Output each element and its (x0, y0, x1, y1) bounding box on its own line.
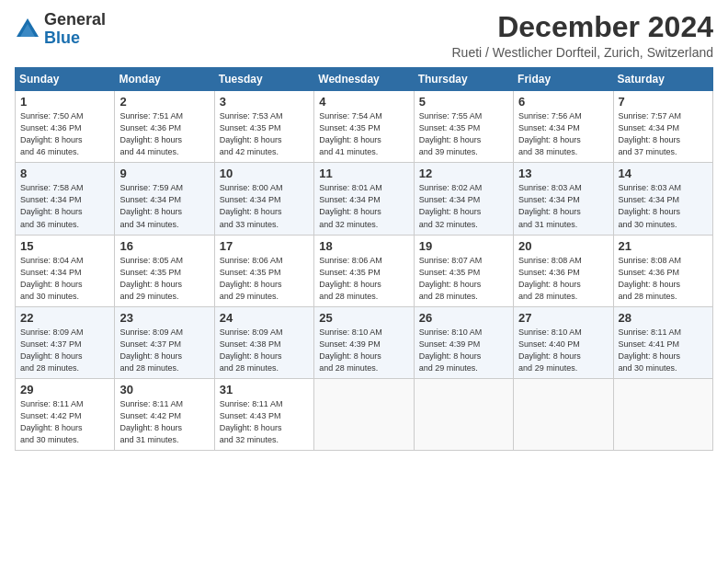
day-number: 9 (119, 167, 209, 180)
calendar-row: 22Sunrise: 8:09 AMSunset: 4:37 PMDayligh… (16, 306, 713, 378)
table-row: 16Sunrise: 8:05 AMSunset: 4:35 PMDayligh… (115, 235, 214, 306)
header: General Blue December 2024 Rueti / Westl… (15, 11, 713, 60)
location-title: Rueti / Westlicher Dorfteil, Zurich, Swi… (452, 45, 714, 60)
day-number: 12 (419, 167, 508, 180)
day-number: 28 (619, 311, 708, 325)
day-info: Sunrise: 8:11 AMSunset: 4:41 PMDaylight:… (619, 327, 682, 373)
day-info: Sunrise: 8:09 AMSunset: 4:37 PMDaylight:… (119, 327, 183, 373)
day-info: Sunrise: 8:10 AMSunset: 4:39 PMDaylight:… (419, 327, 483, 373)
day-info: Sunrise: 8:00 AMSunset: 4:34 PMDaylight:… (220, 183, 283, 228)
day-number: 15 (20, 239, 109, 253)
table-row: 8Sunrise: 7:58 AMSunset: 4:34 PMDaylight… (16, 163, 115, 235)
day-number: 19 (419, 239, 508, 253)
logo-blue-text: Blue (44, 29, 80, 47)
day-info: Sunrise: 8:06 AMSunset: 4:35 PMDaylight:… (220, 256, 283, 301)
table-row: 21Sunrise: 8:08 AMSunset: 4:36 PMDayligh… (613, 235, 712, 306)
day-info: Sunrise: 8:02 AMSunset: 4:34 PMDaylight:… (419, 183, 483, 228)
day-info: Sunrise: 8:03 AMSunset: 4:34 PMDaylight:… (619, 183, 682, 228)
table-row: 4Sunrise: 7:54 AMSunset: 4:35 PMDaylight… (314, 91, 414, 163)
day-info: Sunrise: 8:06 AMSunset: 4:35 PMDaylight:… (319, 256, 382, 301)
table-row: 1Sunrise: 7:50 AMSunset: 4:36 PMDaylight… (16, 91, 115, 163)
day-number: 18 (319, 239, 408, 253)
day-info: Sunrise: 7:58 AMSunset: 4:34 PMDaylight:… (20, 183, 84, 228)
day-info: Sunrise: 8:01 AMSunset: 4:34 PMDaylight:… (319, 183, 382, 228)
table-row: 13Sunrise: 8:03 AMSunset: 4:34 PMDayligh… (514, 163, 613, 235)
day-number: 16 (119, 239, 209, 253)
day-number: 30 (119, 383, 209, 396)
day-info: Sunrise: 7:56 AMSunset: 4:34 PMDaylight:… (518, 111, 582, 156)
day-number: 24 (220, 311, 309, 325)
table-row: 15Sunrise: 8:04 AMSunset: 4:34 PMDayligh… (16, 235, 115, 306)
day-number: 31 (220, 383, 309, 396)
day-number: 20 (518, 239, 608, 253)
table-row: 2Sunrise: 7:51 AMSunset: 4:36 PMDaylight… (115, 91, 214, 163)
day-number: 4 (319, 95, 408, 109)
table-row: 26Sunrise: 8:10 AMSunset: 4:39 PMDayligh… (414, 306, 513, 378)
header-row: Sunday Monday Tuesday Wednesday Thursday… (16, 68, 713, 91)
day-info: Sunrise: 8:07 AMSunset: 4:35 PMDaylight:… (419, 256, 483, 301)
col-friday: Friday (514, 68, 613, 91)
day-info: Sunrise: 8:04 AMSunset: 4:34 PMDaylight:… (20, 256, 84, 301)
day-info: Sunrise: 7:59 AMSunset: 4:34 PMDaylight:… (119, 183, 183, 228)
table-row: 17Sunrise: 8:06 AMSunset: 4:35 PMDayligh… (214, 235, 313, 306)
day-number: 27 (518, 311, 608, 325)
day-number: 17 (220, 239, 309, 253)
table-row: 9Sunrise: 7:59 AMSunset: 4:34 PMDaylight… (115, 163, 214, 235)
day-number: 13 (518, 167, 608, 180)
table-row: 3Sunrise: 7:53 AMSunset: 4:35 PMDaylight… (214, 91, 313, 163)
day-info: Sunrise: 8:08 AMSunset: 4:36 PMDaylight:… (619, 256, 682, 301)
calendar-row: 8Sunrise: 7:58 AMSunset: 4:34 PMDaylight… (16, 163, 713, 235)
table-row: 18Sunrise: 8:06 AMSunset: 4:35 PMDayligh… (314, 235, 414, 306)
day-info: Sunrise: 7:55 AMSunset: 4:35 PMDaylight:… (419, 111, 483, 156)
table-row (414, 378, 513, 450)
day-info: Sunrise: 7:53 AMSunset: 4:35 PMDaylight:… (220, 111, 283, 156)
table-row: 19Sunrise: 8:07 AMSunset: 4:35 PMDayligh… (414, 235, 513, 306)
table-row: 12Sunrise: 8:02 AMSunset: 4:34 PMDayligh… (414, 163, 513, 235)
logo-icon (15, 17, 40, 42)
day-info: Sunrise: 8:10 AMSunset: 4:39 PMDaylight:… (319, 327, 382, 373)
col-wednesday: Wednesday (314, 68, 414, 91)
table-row: 27Sunrise: 8:10 AMSunset: 4:40 PMDayligh… (514, 306, 613, 378)
page: General Blue December 2024 Rueti / Westl… (0, 0, 728, 563)
col-thursday: Thursday (414, 68, 513, 91)
day-number: 6 (518, 95, 608, 109)
day-info: Sunrise: 7:57 AMSunset: 4:34 PMDaylight:… (619, 111, 682, 156)
col-saturday: Saturday (613, 68, 712, 91)
day-info: Sunrise: 8:03 AMSunset: 4:34 PMDaylight:… (518, 183, 582, 228)
day-info: Sunrise: 8:05 AMSunset: 4:35 PMDaylight:… (119, 256, 183, 301)
table-row: 14Sunrise: 8:03 AMSunset: 4:34 PMDayligh… (613, 163, 712, 235)
col-monday: Monday (115, 68, 214, 91)
day-info: Sunrise: 8:09 AMSunset: 4:38 PMDaylight:… (220, 327, 283, 373)
logo: General Blue (15, 11, 106, 48)
table-row (314, 378, 414, 450)
table-row (514, 378, 613, 450)
day-number: 8 (20, 167, 109, 180)
col-tuesday: Tuesday (214, 68, 313, 91)
day-number: 23 (119, 311, 209, 325)
day-info: Sunrise: 8:09 AMSunset: 4:37 PMDaylight:… (20, 327, 84, 373)
table-row: 31Sunrise: 8:11 AMSunset: 4:43 PMDayligh… (214, 378, 313, 450)
table-row: 6Sunrise: 7:56 AMSunset: 4:34 PMDaylight… (514, 91, 613, 163)
day-info: Sunrise: 7:50 AMSunset: 4:36 PMDaylight:… (20, 111, 84, 156)
day-info: Sunrise: 8:08 AMSunset: 4:36 PMDaylight:… (518, 256, 582, 301)
day-number: 29 (20, 383, 109, 396)
logo-general-text: General (44, 10, 106, 29)
day-number: 10 (220, 167, 309, 180)
table-row: 24Sunrise: 8:09 AMSunset: 4:38 PMDayligh… (214, 306, 313, 378)
day-number: 26 (419, 311, 508, 325)
table-row: 23Sunrise: 8:09 AMSunset: 4:37 PMDayligh… (115, 306, 214, 378)
table-row (613, 378, 712, 450)
table-row: 30Sunrise: 8:11 AMSunset: 4:42 PMDayligh… (115, 378, 214, 450)
day-number: 22 (20, 311, 109, 325)
table-row: 5Sunrise: 7:55 AMSunset: 4:35 PMDaylight… (414, 91, 513, 163)
table-row: 29Sunrise: 8:11 AMSunset: 4:42 PMDayligh… (16, 378, 115, 450)
day-info: Sunrise: 7:54 AMSunset: 4:35 PMDaylight:… (319, 111, 382, 156)
day-info: Sunrise: 8:11 AMSunset: 4:42 PMDaylight:… (119, 399, 183, 444)
table-row: 7Sunrise: 7:57 AMSunset: 4:34 PMDaylight… (613, 91, 712, 163)
day-info: Sunrise: 7:51 AMSunset: 4:36 PMDaylight:… (119, 111, 183, 156)
day-number: 3 (220, 95, 309, 109)
day-number: 21 (619, 239, 708, 253)
day-number: 11 (319, 167, 408, 180)
day-number: 2 (119, 95, 209, 109)
day-number: 7 (619, 95, 708, 109)
